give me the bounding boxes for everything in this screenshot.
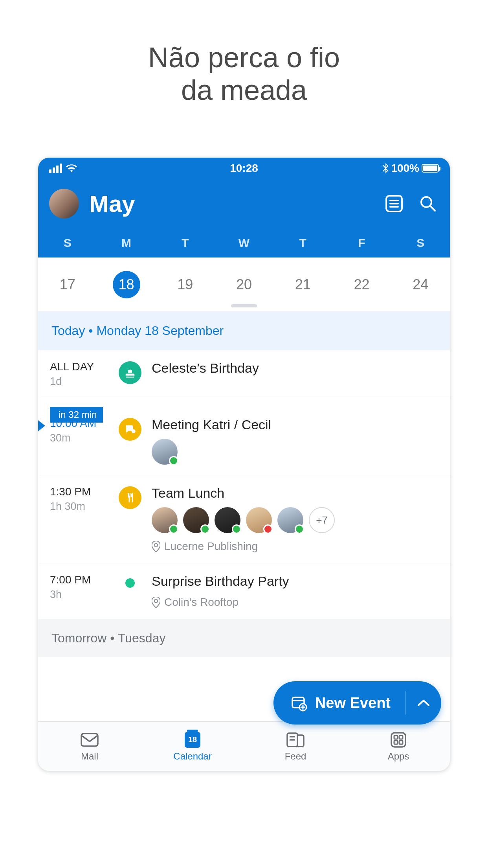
tab-calendar[interactable]: 18 Calendar [141, 722, 244, 771]
tab-label: Calendar [173, 751, 211, 762]
tab-apps[interactable]: Apps [347, 722, 450, 771]
status-bar: 10:28 100% [38, 158, 450, 179]
feed-icon [286, 731, 305, 748]
event-time: 7:00 PM 3h [50, 574, 119, 609]
date-cell[interactable]: 17 [38, 257, 97, 311]
agenda-list[interactable]: Today • Monday 18 September ALL DAY 1d C… [38, 312, 450, 721]
svg-rect-19 [394, 741, 398, 744]
section-header-tomorrow: Tomorrow • Tuesday [38, 619, 450, 657]
calendar-header: 10:28 100% May S M T W T F S [38, 158, 450, 257]
svg-point-4 [421, 197, 431, 207]
attendee-avatar [277, 507, 303, 533]
status-time: 10:28 [230, 162, 258, 175]
date-cell[interactable]: 24 [391, 257, 450, 311]
chat-icon [119, 418, 141, 441]
event-location: Lucerne Publishing [152, 540, 450, 553]
date-strip[interactable]: 17 18 19 20 21 22 24 [38, 257, 450, 312]
event-time: ALL DAY 1d [50, 360, 119, 388]
tab-bar: Mail 18 Calendar Feed Apps [38, 721, 450, 771]
apps-icon [389, 731, 408, 748]
event-time: 1:30 PM 1h 30m [50, 485, 119, 553]
battery-icon [422, 164, 439, 173]
event-color-dot [125, 578, 135, 588]
weekday-row: S M T W T F S [38, 223, 450, 257]
attendee-avatar [152, 507, 178, 533]
drag-handle[interactable] [231, 304, 257, 307]
weekday-label: F [332, 236, 391, 250]
current-indicator-icon [38, 420, 45, 431]
section-header-today: Today • Monday 18 September [38, 312, 450, 350]
weekday-label: S [391, 236, 450, 250]
event-title: Team Lunch [152, 485, 450, 501]
svg-rect-18 [399, 736, 403, 739]
event-title: Surprise Birthday Party [152, 574, 450, 589]
fab-label: New Event [315, 695, 391, 712]
weekday-label: T [156, 236, 215, 250]
agenda-view-icon[interactable] [383, 193, 405, 215]
attendee-list: +7 [152, 507, 450, 533]
event-location: Colin's Rooftop [152, 596, 450, 609]
search-icon[interactable] [417, 193, 439, 215]
date-cell[interactable]: 22 [332, 257, 391, 311]
event-row[interactable]: 7:00 PM 3h Surprise Birthday Party Colin… [38, 563, 450, 619]
svg-line-5 [431, 206, 435, 211]
location-icon [152, 597, 160, 608]
tab-mail[interactable]: Mail [38, 722, 141, 771]
phone-frame: 10:28 100% May S M T W T F S [38, 158, 450, 771]
profile-avatar[interactable] [49, 189, 79, 219]
svg-rect-16 [391, 733, 405, 747]
birthday-icon [119, 361, 141, 384]
chevron-up-icon [417, 699, 430, 707]
attendee-avatar [215, 507, 240, 533]
calendar-icon: 18 [183, 731, 202, 748]
event-time: in 32 min 10:00 AM 30m [50, 417, 119, 465]
weekday-label: T [273, 236, 332, 250]
attendee-list [152, 439, 450, 465]
event-row[interactable]: ALL DAY 1d Celeste's Birthday [38, 350, 450, 398]
date-cell[interactable]: 19 [156, 257, 215, 311]
wifi-icon [66, 164, 77, 173]
cell-signal-icon [49, 164, 62, 173]
marketing-headline: Não perca o fio da meada [0, 0, 488, 107]
location-icon [152, 541, 160, 552]
event-title: Celeste's Birthday [152, 360, 450, 376]
weekday-label: W [215, 236, 273, 250]
weekday-label: M [97, 236, 156, 250]
tab-label: Feed [285, 751, 306, 762]
date-cell[interactable]: 21 [273, 257, 332, 311]
new-event-icon [290, 694, 307, 712]
svg-rect-20 [399, 741, 403, 744]
attendee-avatar [246, 507, 272, 533]
tab-feed[interactable]: Feed [244, 722, 347, 771]
attendee-avatar [183, 507, 209, 533]
new-event-fab[interactable]: New Event [273, 681, 441, 725]
date-cell[interactable]: 20 [215, 257, 273, 311]
date-cell-selected[interactable]: 18 [97, 257, 156, 311]
headline-line-2: da meada [0, 74, 488, 107]
svg-rect-17 [394, 736, 398, 739]
svg-point-6 [132, 429, 136, 433]
bluetooth-icon [382, 163, 389, 173]
event-row[interactable]: in 32 min 10:00 AM 30m Meeting Katri / C… [38, 398, 450, 475]
attendee-avatar [152, 439, 178, 465]
weekday-label: S [38, 236, 97, 250]
tab-label: Apps [388, 751, 409, 762]
event-row[interactable]: 1:30 PM 1h 30m Team Lunch +7 Lucer [38, 475, 450, 563]
svg-rect-12 [81, 734, 98, 746]
food-icon [119, 486, 141, 509]
countdown-badge: in 32 min [50, 407, 103, 423]
headline-line-1: Não perca o fio [0, 41, 488, 74]
month-title[interactable]: May [89, 190, 371, 217]
fab-expand-button[interactable] [406, 699, 441, 707]
mail-icon [80, 731, 99, 748]
battery-percent: 100% [391, 162, 419, 175]
event-title: Meeting Katri / Cecil [152, 417, 450, 432]
tab-label: Mail [81, 751, 98, 762]
more-attendees[interactable]: +7 [309, 507, 335, 533]
